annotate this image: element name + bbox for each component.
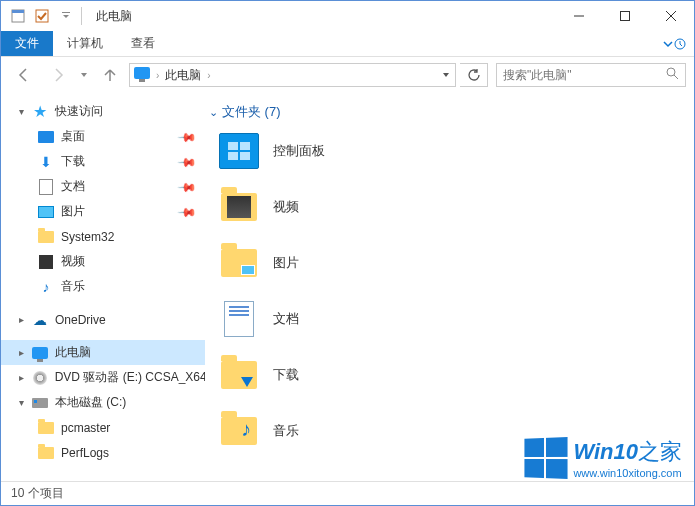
search-icon[interactable] xyxy=(665,66,679,84)
svg-rect-3 xyxy=(62,12,70,13)
up-button[interactable] xyxy=(95,63,125,87)
desktop-icon xyxy=(37,128,55,146)
pin-icon: 📌 xyxy=(177,176,198,197)
nav-dvd[interactable]: ▸ DVD 驱动器 (E:) CCSA_X64 xyxy=(1,365,205,390)
documents-icon xyxy=(219,299,259,339)
chevron-right-icon[interactable]: › xyxy=(205,70,212,81)
monitor-icon xyxy=(31,344,49,362)
nav-label: pcmaster xyxy=(61,421,110,435)
content-pane[interactable]: ⌄ 文件夹 (7) 控制面板 视频 图片 xyxy=(205,93,694,481)
folder-icon xyxy=(37,444,55,462)
nav-label: DVD 驱动器 (E:) CCSA_X64 xyxy=(55,369,205,386)
properties-icon[interactable] xyxy=(9,7,27,25)
tab-computer[interactable]: 计算机 xyxy=(53,31,117,56)
item-label: 视频 xyxy=(273,198,299,216)
chevron-right-icon[interactable]: ▸ xyxy=(19,314,31,325)
ribbon-tabs: 文件 计算机 查看 xyxy=(1,31,694,57)
chevron-down-icon[interactable]: ⌄ xyxy=(209,106,218,119)
nav-label: 视频 xyxy=(61,253,85,270)
nav-music[interactable]: ♪ 音乐 xyxy=(1,274,205,299)
pin-icon: 📌 xyxy=(177,151,198,172)
downloads-folder-icon xyxy=(219,355,259,395)
main-area: ▾ ★ 快速访问 桌面 📌 ⬇ 下载 📌 文档 📌 图片 📌 System32 xyxy=(1,93,694,481)
tab-view[interactable]: 查看 xyxy=(117,31,169,56)
pin-icon: 📌 xyxy=(177,201,198,222)
group-header-label: 文件夹 (7) xyxy=(222,103,281,121)
nav-label: 文档 xyxy=(61,178,85,195)
nav-system32[interactable]: System32 xyxy=(1,224,205,249)
nav-pictures[interactable]: 图片 📌 xyxy=(1,199,205,224)
svg-point-9 xyxy=(667,68,675,76)
watermark-title: Win10之家 xyxy=(573,437,682,467)
item-documents[interactable]: 文档 xyxy=(209,299,694,339)
ribbon-expand-button[interactable] xyxy=(654,31,694,56)
breadcrumb-root[interactable]: 此电脑 xyxy=(161,67,205,84)
svg-rect-5 xyxy=(621,12,630,21)
monitor-icon xyxy=(134,67,150,83)
item-label: 下载 xyxy=(273,366,299,384)
nav-label: System32 xyxy=(61,230,114,244)
nav-label: 桌面 xyxy=(61,128,85,145)
content-list: 控制面板 视频 图片 文档 xyxy=(209,131,694,451)
nav-videos[interactable]: 视频 xyxy=(1,249,205,274)
nav-quick-access[interactable]: ▾ ★ 快速访问 xyxy=(1,99,205,124)
navigation-pane[interactable]: ▾ ★ 快速访问 桌面 📌 ⬇ 下载 📌 文档 📌 图片 📌 System32 xyxy=(1,93,205,481)
chevron-right-icon[interactable]: ▸ xyxy=(19,372,31,383)
forward-button[interactable] xyxy=(43,63,73,87)
nav-label: 图片 xyxy=(61,203,85,220)
recent-dropdown[interactable] xyxy=(77,63,91,87)
star-icon: ★ xyxy=(31,103,49,121)
svg-line-10 xyxy=(674,75,678,79)
nav-label: PerfLogs xyxy=(61,446,109,460)
search-box[interactable] xyxy=(496,63,686,87)
status-bar: 10 个项目 xyxy=(1,481,694,505)
item-videos[interactable]: 视频 xyxy=(209,187,694,227)
nav-documents[interactable]: 文档 📌 xyxy=(1,174,205,199)
group-header-folders[interactable]: ⌄ 文件夹 (7) xyxy=(209,103,694,121)
maximize-button[interactable] xyxy=(602,1,648,31)
chevron-right-icon[interactable]: › xyxy=(154,70,161,81)
nav-this-pc[interactable]: ▸ 此电脑 xyxy=(1,340,205,365)
music-folder-icon: ♪ xyxy=(219,411,259,451)
window-title: 此电脑 xyxy=(96,8,132,25)
item-downloads[interactable]: 下载 xyxy=(209,355,694,395)
nav-local-disk[interactable]: ▾ 本地磁盘 (C:) xyxy=(1,390,205,415)
nav-downloads[interactable]: ⬇ 下载 📌 xyxy=(1,149,205,174)
nav-label: 快速访问 xyxy=(55,103,103,120)
document-icon xyxy=(37,178,55,196)
chevron-right-icon[interactable]: ▸ xyxy=(19,347,31,358)
nav-label: 音乐 xyxy=(61,278,85,295)
item-label: 控制面板 xyxy=(273,142,325,160)
tab-file[interactable]: 文件 xyxy=(1,31,53,56)
item-label: 图片 xyxy=(273,254,299,272)
nav-label: 下载 xyxy=(61,153,85,170)
back-button[interactable] xyxy=(9,63,39,87)
checkbox-icon[interactable] xyxy=(33,7,51,25)
separator xyxy=(81,7,82,25)
refresh-button[interactable] xyxy=(460,63,488,87)
nav-desktop[interactable]: 桌面 📌 xyxy=(1,124,205,149)
svg-rect-2 xyxy=(36,10,48,22)
picture-icon xyxy=(37,203,55,221)
address-dropdown-icon[interactable] xyxy=(441,66,451,84)
nav-onedrive[interactable]: ▸ ☁ OneDrive xyxy=(1,307,205,332)
minimize-button[interactable] xyxy=(556,1,602,31)
nav-pcmaster[interactable]: pcmaster xyxy=(1,415,205,440)
breadcrumb-bar[interactable]: › 此电脑 › xyxy=(129,63,456,87)
chevron-down-icon[interactable]: ▾ xyxy=(19,397,31,408)
svg-rect-1 xyxy=(12,10,24,13)
search-input[interactable] xyxy=(503,68,665,82)
control-panel-icon xyxy=(219,131,259,171)
item-control-panel[interactable]: 控制面板 xyxy=(209,131,694,171)
nav-label: OneDrive xyxy=(55,313,106,327)
qat-dropdown-icon[interactable] xyxy=(57,7,75,25)
nav-perflogs[interactable]: PerfLogs xyxy=(1,440,205,465)
disc-icon xyxy=(31,369,49,387)
folder-icon xyxy=(37,419,55,437)
chevron-down-icon[interactable]: ▾ xyxy=(19,106,31,117)
item-pictures[interactable]: 图片 xyxy=(209,243,694,283)
close-button[interactable] xyxy=(648,1,694,31)
windows-logo-icon xyxy=(525,437,568,479)
nav-label: 此电脑 xyxy=(55,344,91,361)
quick-access-toolbar xyxy=(1,7,75,25)
